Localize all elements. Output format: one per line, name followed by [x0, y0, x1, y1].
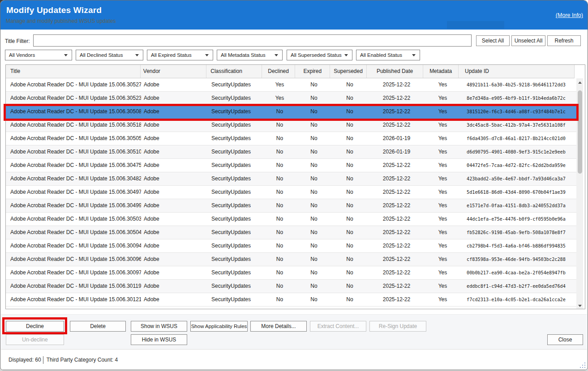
cell-classification: SecurityUpdates [207, 239, 263, 252]
resize-grip[interactable] [580, 362, 586, 369]
cell-vendor: Adobe [141, 293, 207, 306]
close-button[interactable]: Close [547, 334, 583, 345]
vertical-scrollbar[interactable] [576, 78, 583, 309]
cell-expired: No [296, 226, 331, 239]
modify-updates-wizard-window: Modify Updates Wizard Manage and modify … [0, 0, 588, 370]
hide-in-wsus-button[interactable]: Hide in WSUS [131, 334, 187, 345]
cell-update_id: e1571e7d-0faa-4151-8db3-a240552dd37a [460, 199, 576, 212]
cell-vendor: Adobe [141, 159, 207, 172]
table-row[interactable]: Adobe Acrobat Reader DC - MUI Update 15.… [6, 199, 576, 213]
select-all-button[interactable]: Select All [476, 35, 510, 46]
scrollbar-down-arrow-icon[interactable] [578, 305, 582, 307]
column-header-superseded[interactable]: Superseded [330, 65, 367, 78]
cell-update_id: fb52826c-9198-45ab-9efb-508a1078e8f7 [460, 226, 576, 239]
expired-filter-dropdown[interactable]: All Expired Status [147, 50, 213, 60]
status-displayed-count: Displayed: 60 [9, 357, 41, 363]
re-sign-update-button: Re-Sign Update [369, 321, 426, 332]
cell-superseded: No [331, 266, 368, 279]
cell-classification: SecurityUpdates [207, 293, 263, 306]
more-info-link[interactable]: (More Info) [556, 12, 583, 18]
cell-classification: SecurityUpdates [207, 159, 263, 172]
column-header-update-id[interactable]: Update ID [459, 65, 574, 78]
cell-superseded: No [331, 132, 368, 145]
metadata-filter-dropdown[interactable]: All Metadata Status [217, 50, 283, 60]
decline-button[interactable]: Decline [6, 321, 64, 332]
enabled-filter-dropdown-value: All Enabled Status [360, 52, 402, 58]
table-row[interactable]: Adobe Acrobat Reader DC - MUI Update 15.… [6, 213, 576, 226]
cell-published: 2025-12-22 [368, 266, 425, 279]
superseded-filter-dropdown[interactable]: All Superseded Status [287, 50, 352, 60]
table-row[interactable]: Adobe Acrobat Reader DC - MUI Update 15.… [6, 172, 576, 186]
vendor-filter-dropdown[interactable]: All Vendors [5, 50, 72, 60]
cell-classification: SecurityUpdates [207, 226, 263, 239]
table-row[interactable]: Adobe Acrobat Reader DC - MUI Update 15.… [6, 266, 576, 280]
cell-superseded: No [331, 199, 368, 212]
cell-superseded: No [331, 226, 368, 239]
table-row[interactable]: Adobe Acrobat Reader DC - MUI Update 15.… [6, 92, 576, 105]
cell-metadata: Yes [425, 119, 460, 132]
title-bar: Modify Updates Wizard Manage and modify … [0, 0, 588, 30]
un-decline-button: Un-decline [6, 334, 64, 345]
cell-declined: Yes [263, 92, 296, 105]
unselect-all-button[interactable]: Unselect All [511, 35, 545, 46]
cell-classification: SecurityUpdates [207, 132, 263, 145]
cell-classification: SecurityUpdates [207, 145, 263, 158]
status-divider [43, 356, 43, 364]
cell-title: Adobe Acrobat Reader DC - MUI Update 15.… [6, 145, 141, 158]
table-row[interactable]: Adobe Acrobat Reader DC - MUI Update 15.… [6, 159, 576, 172]
cell-declined: No [263, 159, 296, 172]
column-header-published-date[interactable]: Published Date [367, 65, 423, 78]
enabled-filter-dropdown[interactable]: All Enabled Status [356, 50, 420, 60]
cell-declined: No [263, 253, 296, 266]
declined-filter-dropdown[interactable]: All Declined Status [76, 50, 143, 60]
cell-expired: No [296, 172, 331, 185]
cell-metadata: Yes [425, 239, 460, 252]
table-row[interactable]: Adobe Acrobat Reader DC - MUI Update 15.… [6, 226, 576, 239]
scrollbar-thumb[interactable] [578, 90, 582, 174]
table-row[interactable]: Adobe Acrobat Reader DC - MUI Update 15.… [6, 293, 576, 307]
column-header-declined[interactable]: Declined [262, 65, 296, 78]
cell-metadata: Yes [425, 186, 460, 199]
cell-title: Adobe Acrobat Reader DC - MUI Update 15.… [6, 199, 141, 212]
table-row[interactable]: Adobe Acrobat Reader DC - MUI Update 15.… [6, 253, 576, 266]
table-row[interactable]: Adobe Acrobat Reader DC - MUI Update 15.… [6, 186, 576, 199]
refresh-button[interactable]: Refresh [547, 35, 581, 46]
cell-title: Adobe Acrobat Reader DC - MUI Update 15.… [6, 92, 141, 105]
cell-update_id: 3dc45ac8-5bac-412b-97a4-37e5631a108f [460, 119, 576, 132]
cell-published: 2025-12-22 [368, 293, 425, 306]
table-row[interactable]: Adobe Acrobat Reader DC - MUI Update 15.… [6, 280, 576, 293]
cell-declined: No [263, 226, 296, 239]
more-details-button[interactable]: More Details... [250, 321, 307, 332]
table-row[interactable]: Adobe Acrobat Reader DC - MUI Update 15.… [6, 145, 576, 159]
table-row[interactable]: Adobe Acrobat Reader DC - MUI Update 15.… [6, 132, 576, 145]
show-in-wsus-button[interactable]: Show in WSUS [131, 321, 187, 332]
table-row[interactable]: Adobe Acrobat Reader DC - MUI Update 15.… [6, 78, 576, 92]
cell-superseded: No [331, 253, 368, 266]
show-applicability-rules-button[interactable]: Show Applicability Rules [190, 321, 248, 332]
cell-superseded: No [331, 119, 368, 132]
title-filter-input[interactable] [33, 34, 472, 47]
cell-superseded: No [331, 78, 368, 91]
cell-title: Adobe Acrobat Reader DC - MUI Update 15.… [6, 253, 141, 266]
cell-declined: No [263, 199, 296, 212]
table-row[interactable]: Adobe Acrobat Reader DC - MUI Update 15.… [6, 239, 576, 253]
column-header-title[interactable]: Title [6, 65, 141, 78]
cell-superseded: No [331, 92, 368, 105]
cell-title: Adobe Acrobat Reader DC - MUI Update 15.… [6, 186, 141, 199]
delete-button[interactable]: Delete [70, 321, 126, 332]
cell-published: 2025-12-22 [368, 213, 425, 226]
cell-vendor: Adobe [141, 105, 207, 118]
scrollbar-up-arrow-icon[interactable] [578, 81, 582, 84]
cell-published: 2026-01-19 [368, 132, 425, 145]
table-row[interactable]: Adobe Acrobat Reader DC - MUI Update 15.… [6, 119, 576, 132]
updates-table: TitleVendorClassificationDeclinedExpired… [5, 64, 585, 309]
column-header-expired[interactable]: Expired [295, 65, 330, 78]
cell-declined: No [263, 172, 296, 185]
table-row[interactable]: Adobe Acrobat Reader DC - MUI Update 15.… [6, 105, 576, 119]
column-header-vendor[interactable]: Vendor [141, 65, 206, 78]
column-header-classification[interactable]: Classification [206, 65, 262, 78]
cell-metadata: Yes [425, 78, 460, 91]
column-header-metadata[interactable]: Metadata [423, 65, 459, 78]
cell-title: Adobe Acrobat Reader DC - MUI Update 15.… [6, 266, 141, 279]
cell-metadata: Yes [425, 253, 460, 266]
